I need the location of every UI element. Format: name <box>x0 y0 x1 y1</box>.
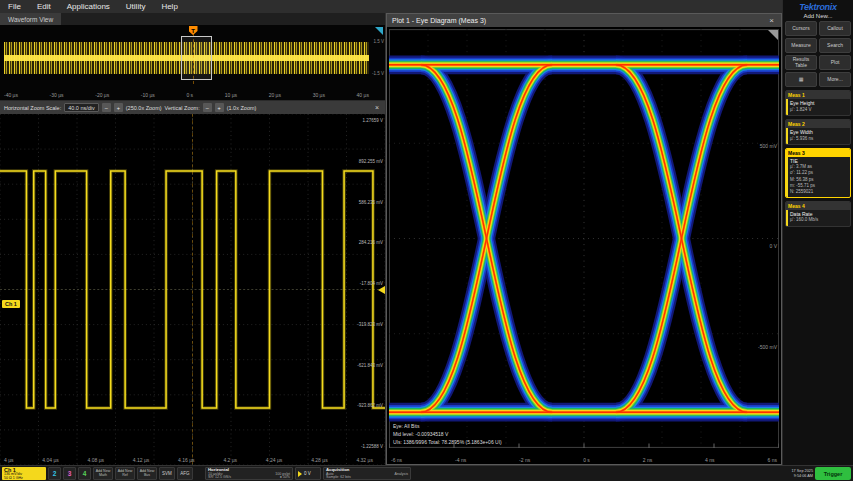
menu-help[interactable]: Help <box>161 2 177 11</box>
overview-vmax-label: 1.5 V <box>373 39 384 44</box>
search-button[interactable]: Search <box>819 38 851 53</box>
plot-button[interactable]: Plot <box>819 55 851 70</box>
callout-button[interactable]: Callout <box>819 21 851 36</box>
sidebar-buttons: Cursors Callout Measure Search Results T… <box>785 21 851 87</box>
datetime: 17 Sep 2025 9:54:06 AM <box>791 467 813 480</box>
meas-2-name: Eye Width <box>790 129 848 136</box>
overview-tick: 40 µs <box>357 92 369 98</box>
waveform-overview[interactable]: T 1.5 V -1.5 V -40 µs -30 µs -20 µs -10 … <box>0 25 385 101</box>
channel-badge-ch1[interactable]: Ch 1 <box>2 300 20 308</box>
tab-waveform-view[interactable]: Waveform View <box>0 13 61 25</box>
overview-tick: 20 µs <box>269 92 281 98</box>
eye-x-tick: -6 ns <box>391 457 402 463</box>
horizontal-settings-panel[interactable]: Horizontal 10 µs/div 100 ps/pt SR: 12.5 … <box>205 467 293 480</box>
zoom-close-icon[interactable]: × <box>373 104 381 111</box>
waveform-view-tab-bar: Waveform View <box>0 13 385 25</box>
eye-x-tick: 6 ns <box>767 457 776 463</box>
menu-utility[interactable]: Utility <box>126 2 146 11</box>
trigger-level-chip[interactable]: 0 V <box>295 467 321 480</box>
trigger-button[interactable]: Trigger <box>815 467 851 480</box>
channel-2-button[interactable]: 2 <box>48 467 61 480</box>
eye-y-tick: 0 V <box>769 243 777 249</box>
meas-1-body: Eye Height µ': 1.824 V <box>786 99 850 115</box>
meas-badge-4[interactable]: Meas 4 Data Rate µ': 160.0 Mb/s <box>785 201 851 227</box>
tools-icon-button[interactable]: ▦ <box>785 72 817 87</box>
svm-button[interactable]: SVM <box>159 467 175 480</box>
measure-button[interactable]: Measure <box>785 38 817 53</box>
grid-tools-icon: ▦ <box>799 77 804 83</box>
trigger-position-marker[interactable]: T <box>189 26 198 35</box>
eye-stats-line1: Eye: All Bits <box>393 422 502 430</box>
horizontal-zoom-scale-field[interactable]: 40.0 ns/div <box>64 103 99 112</box>
eye-x-tick: -4 ns <box>455 457 466 463</box>
results-table-button[interactable]: Results Table <box>785 55 817 70</box>
meas-1-name: Eye Height <box>790 100 848 107</box>
eye-stats: Eye: All Bits Mid level: -0.00934518 V U… <box>393 422 502 446</box>
trigger-level-value: 0 V <box>304 471 311 476</box>
meas-1-header: Meas 1 <box>786 91 850 99</box>
zoom-waveform-svg <box>0 114 385 465</box>
overview-vmin-label: -1.5 V <box>372 71 384 76</box>
channel-3-button[interactable]: 3 <box>63 467 76 480</box>
more-button[interactable]: More... <box>819 72 851 87</box>
meas-1-value: µ': 1.824 V <box>790 107 848 113</box>
add-new-bus-button[interactable]: Add New Bus <box>137 467 157 480</box>
zoom-waveform-plot[interactable]: 1.27659 V 892.255 mV 586.235 mV 284.216 … <box>0 114 385 465</box>
h-zoom-out-button[interactable]: – <box>102 103 111 112</box>
overview-scale-icon <box>375 27 383 35</box>
menu-edit[interactable]: Edit <box>37 2 51 11</box>
eye-diagram-window: Plot 1 - Eye Diagram (Meas 3) × 500 mV 0… <box>386 13 782 465</box>
overview-tick: -10 µs <box>141 92 155 98</box>
overview-tick: 0 s <box>186 92 193 98</box>
tektronix-logo: Tektronix <box>799 2 836 12</box>
eye-diagram-plot[interactable]: 500 mV 0 V -500 mV Eye: All Bits Mid lev… <box>387 27 781 464</box>
meas-3-name: TIE <box>790 158 848 165</box>
horizontal-position: ● 50% <box>280 476 290 480</box>
eye-x-tick: 2 ns <box>643 457 652 463</box>
meas-4-header: Meas 4 <box>786 202 850 210</box>
overview-tick: -40 µs <box>4 92 18 98</box>
trigger-level-arrow[interactable] <box>378 286 385 294</box>
overview-tick: -30 µs <box>50 92 64 98</box>
meas-2-value: µ': 5.936 ns <box>790 136 848 142</box>
channel-1-badge[interactable]: Ch 1 136 mV/div 50 Ω 1 GHz <box>2 467 46 480</box>
h-zoom-in-button[interactable]: + <box>114 103 123 112</box>
bottom-bar: Ch 1 136 mV/div 50 Ω 1 GHz 2 3 4 Add New… <box>0 465 853 481</box>
cursors-button[interactable]: Cursors <box>785 21 817 36</box>
waveform-view-panel: Waveform View T 1.5 V -1.5 V -40 µs -30 … <box>0 13 386 465</box>
eye-window-titlebar[interactable]: Plot 1 - Eye Diagram (Meas 3) × <box>387 14 781 27</box>
add-new-math-button[interactable]: Add New Math <box>93 467 113 480</box>
channel-4-button[interactable]: 4 <box>78 467 91 480</box>
close-icon[interactable]: × <box>767 16 776 25</box>
menu-applications[interactable]: Applications <box>67 2 110 11</box>
afg-button[interactable]: AFG <box>177 467 193 480</box>
horizontal-zoom-label: Horizontal Zoom Scale: <box>4 105 61 111</box>
ch1-coupling: 50 Ω 1 GHz <box>4 477 44 480</box>
add-new-ref-button[interactable]: Add New Ref <box>115 467 135 480</box>
zoom-region-box[interactable] <box>181 36 212 80</box>
eye-scale-icon <box>768 30 778 40</box>
menu-file[interactable]: File <box>8 2 21 11</box>
h-zoom-factor-label: (250.0x Zoom) <box>126 105 162 111</box>
meas-3-value: N: 2559021 <box>790 189 848 195</box>
meas-4-name: Data Rate <box>790 211 848 218</box>
time-label: 9:54:06 AM <box>791 474 813 479</box>
menu-bar: File Edit Applications Utility Help <box>0 0 782 13</box>
meas-badge-1[interactable]: Meas 1 Eye Height µ': 1.824 V <box>785 90 851 116</box>
meas-badge-2[interactable]: Meas 2 Eye Width µ': 5.936 ns <box>785 119 851 145</box>
acquisition-settings-panel[interactable]: Acquisition Auto Analysis Sample: 62 bit… <box>323 467 411 480</box>
eye-x-tick: -2 ns <box>519 457 530 463</box>
overview-tick: 30 µs <box>313 92 325 98</box>
eye-x-tick: 0 s <box>583 457 590 463</box>
eye-stats-line2: Mid level: -0.00934518 V <box>393 430 502 438</box>
meas-4-value: µ': 160.0 Mb/s <box>790 217 848 223</box>
meas-badge-3[interactable]: Meas 3 TIE µ': 3.7M as σ': 11.22 ps M: 5… <box>785 148 851 198</box>
v-zoom-factor-label: (1.0x Zoom) <box>227 105 257 111</box>
v-zoom-out-button[interactable]: – <box>203 103 212 112</box>
vertical-zoom-label: Vertical Zoom: <box>165 105 200 111</box>
zoom-toolbar: Horizontal Zoom Scale: 40.0 ns/div – + (… <box>0 101 385 114</box>
eye-diagram-svg <box>389 29 779 448</box>
right-sidebar: Tektronix Add New... Cursors Callout Mea… <box>782 0 853 465</box>
v-zoom-in-button[interactable]: + <box>215 103 224 112</box>
eye-x-tick: 4 ns <box>705 457 714 463</box>
